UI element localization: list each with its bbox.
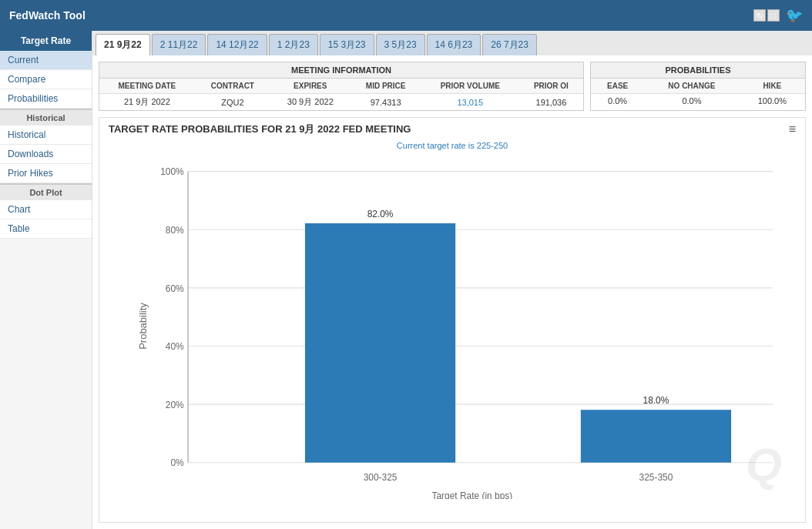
window-controls[interactable]: ↻ □ xyxy=(753,9,780,22)
target-rate-button[interactable]: Target Rate xyxy=(0,31,92,51)
twitter-icon[interactable]: 🐦 xyxy=(786,7,803,24)
sidebar-item-table[interactable]: Table xyxy=(0,219,92,239)
svg-text:20%: 20% xyxy=(166,399,184,410)
col-contract: CONTRACT xyxy=(195,79,270,94)
hamburger-menu-icon[interactable]: ≡ xyxy=(789,122,796,136)
bar-300-325 xyxy=(305,223,455,463)
svg-text:100%: 100% xyxy=(160,166,183,178)
sidebar: Target Rate Current Compare Probabilitie… xyxy=(0,31,92,529)
sidebar-item-current[interactable]: Current xyxy=(0,51,92,70)
cell-mid-price: 97.4313 xyxy=(351,94,421,111)
svg-text:325-350: 325-350 xyxy=(639,472,673,484)
svg-text:0%: 0% xyxy=(170,457,183,469)
tab-2[interactable]: 14 12月22 xyxy=(207,34,267,55)
content-area: 21 9月22 2 11月22 14 12月22 1 2月23 15 3月23 … xyxy=(92,31,812,529)
col-no-change: NO CHANGE xyxy=(644,79,739,94)
tab-1[interactable]: 2 11月22 xyxy=(152,34,206,55)
cell-contract: ZQU2 xyxy=(195,94,270,111)
cell-ease: 0.0% xyxy=(591,94,644,109)
tab-3[interactable]: 1 2月23 xyxy=(269,34,318,55)
col-ease: EASE xyxy=(591,79,644,94)
svg-text:80%: 80% xyxy=(166,225,184,236)
svg-text:Probability: Probability xyxy=(138,302,148,349)
probabilities-header: PROBABILITIES xyxy=(591,62,805,79)
chart-section: TARGET RATE PROBABILITIES FOR 21 9月 2022… xyxy=(99,117,806,523)
historical-section-label: Historical xyxy=(0,109,92,126)
svg-text:18.0%: 18.0% xyxy=(643,394,669,406)
dot-plot-section-label: Dot Plot xyxy=(0,183,92,200)
sidebar-item-prior-hikes[interactable]: Prior Hikes xyxy=(0,164,92,183)
sidebar-item-historical[interactable]: Historical xyxy=(0,126,92,145)
col-mid-price: MID PRICE xyxy=(351,79,421,94)
title-bar: FedWatch Tool ↻ □ 🐦 xyxy=(0,0,812,31)
window-button[interactable]: □ xyxy=(767,9,780,22)
chart-area: Q Probability xyxy=(99,153,805,522)
tab-5[interactable]: 3 5月23 xyxy=(376,34,425,55)
col-expires: EXPIRES xyxy=(270,79,350,94)
col-prior-oi: PRIOR OI xyxy=(519,79,583,94)
chart-svg: Probability 100% 80% xyxy=(138,153,790,499)
sidebar-item-chart[interactable]: Chart xyxy=(0,200,92,219)
sidebar-item-probabilities[interactable]: Probabilities xyxy=(0,89,92,109)
chart-subtitle: Current target rate is 225-250 xyxy=(99,141,805,150)
col-prior-volume: PRIOR VOLUME xyxy=(421,79,519,94)
svg-text:Target Rate (in bps): Target Rate (in bps) xyxy=(431,490,512,499)
meeting-info-container: MEETING INFORMATION MEETING DATE CONTRAC… xyxy=(99,62,806,111)
meeting-info-table: MEETING INFORMATION MEETING DATE CONTRAC… xyxy=(99,62,584,111)
chart-title: TARGET RATE PROBABILITIES FOR 21 9月 2022… xyxy=(109,122,411,136)
sidebar-item-downloads[interactable]: Downloads xyxy=(0,145,92,164)
tab-0[interactable]: 21 9月22 xyxy=(96,34,150,55)
cell-hike: 100.0% xyxy=(740,94,805,109)
reload-button[interactable]: ↻ xyxy=(753,9,766,22)
svg-text:40%: 40% xyxy=(166,341,184,353)
svg-text:300-325: 300-325 xyxy=(364,472,398,484)
probabilities-table: PROBABILITIES EASE NO CHANGE HIKE xyxy=(590,62,806,111)
app-title: FedWatch Tool xyxy=(9,9,86,22)
cell-expires: 30 9月 2022 xyxy=(270,94,350,111)
svg-text:60%: 60% xyxy=(166,283,184,294)
sidebar-item-compare[interactable]: Compare xyxy=(0,70,92,89)
cell-meeting-date: 21 9月 2022 xyxy=(99,94,195,111)
bar-325-350 xyxy=(581,410,731,463)
tab-6[interactable]: 14 6月23 xyxy=(427,34,481,55)
cell-prior-volume: 13,015 xyxy=(421,94,519,111)
cell-no-change: 0.0% xyxy=(644,94,739,109)
cell-prior-oi: 191,036 xyxy=(519,94,583,111)
tabs-bar: 21 9月22 2 11月22 14 12月22 1 2月23 15 3月23 … xyxy=(92,31,812,55)
probabilities-row: 0.0% 0.0% 100.0% xyxy=(591,94,805,109)
col-meeting-date: MEETING DATE xyxy=(99,79,195,94)
chart-title-row: TARGET RATE PROBABILITIES FOR 21 9月 2022… xyxy=(99,118,805,141)
info-area: MEETING INFORMATION MEETING DATE CONTRAC… xyxy=(92,55,812,529)
meeting-info-header: MEETING INFORMATION xyxy=(99,62,583,79)
col-hike: HIKE xyxy=(740,79,805,94)
meeting-row: 21 9月 2022 ZQU2 30 9月 2022 97.4313 13,01… xyxy=(99,94,583,111)
tab-4[interactable]: 15 3月23 xyxy=(320,34,374,55)
tab-7[interactable]: 26 7月23 xyxy=(482,34,537,55)
svg-text:82.0%: 82.0% xyxy=(367,208,394,219)
